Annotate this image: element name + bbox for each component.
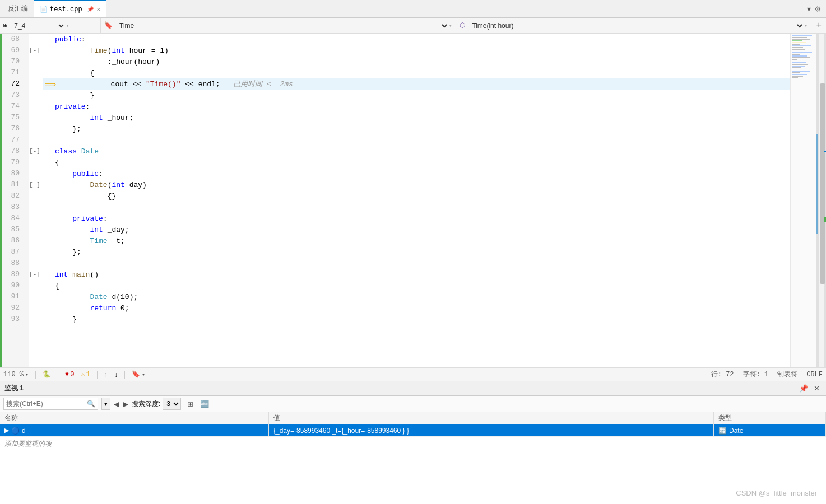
nav-bar: ⊞ 7_4 ▾ 🔖 Time ▾ ⬡ Time(int hour) ▾ + xyxy=(0,18,826,34)
status-divider-3 xyxy=(97,371,98,379)
code-line[interactable]: return 0; xyxy=(43,302,818,314)
watch-col-name: 名称 xyxy=(0,412,269,424)
collapse-button[interactable]: [-] xyxy=(29,269,40,280)
watch-col-type: 类型 xyxy=(714,412,826,424)
code-line[interactable]: public: xyxy=(43,34,818,45)
code-editor[interactable]: 6869707172737475767778798081828384858687… xyxy=(0,34,826,367)
watch-table-header: 名称 值 类型 xyxy=(0,412,826,424)
watch-add-label: 添加要监视的项 xyxy=(4,439,52,449)
watch-panel-title: 监视 1 xyxy=(4,384,24,393)
code-line[interactable]: {} xyxy=(43,190,818,202)
watch-pin-button[interactable]: 📌 xyxy=(797,384,810,393)
collapse-button[interactable]: [-] xyxy=(29,179,40,190)
execution-arrow-icon: ⟹ xyxy=(45,80,56,89)
tab-dropdown-button[interactable]: ▾ xyxy=(807,4,811,13)
code-line[interactable] xyxy=(43,258,818,269)
error-icon: ✖ xyxy=(65,370,69,379)
error-badge[interactable]: ✖ 0 xyxy=(65,370,74,379)
scrollbar-thumb[interactable] xyxy=(820,83,825,284)
watch-back-button[interactable]: ◀ xyxy=(114,400,119,408)
watch-icon-btn-1[interactable]: ⊞ xyxy=(184,398,196,410)
expand-icon[interactable]: ▶ xyxy=(4,427,9,434)
code-line[interactable]: { xyxy=(43,67,818,78)
watch-panel: 监视 1 📌 ✕ 🔍 ▾ ◀ ▶ 搜索深度: 3 1 2 4 5 ⊞ 🔤 xyxy=(0,381,826,504)
code-line[interactable]: { xyxy=(43,157,818,168)
zoom-value: 110 % xyxy=(3,371,24,379)
code-line[interactable]: Time(int hour = 1) xyxy=(43,45,818,56)
nav-method-select[interactable]: Time(int hour) xyxy=(467,21,804,30)
warning-badge[interactable]: ⚠ 1 xyxy=(81,370,90,379)
tab-bar-right: ▾ ⚙ xyxy=(807,4,826,13)
tab-pin-icon: 📌 xyxy=(87,6,94,13)
encoding-info: 制表符 xyxy=(777,370,797,379)
watch-add-row[interactable]: 添加要监视的项 xyxy=(0,437,826,451)
code-line[interactable]: } xyxy=(43,314,818,325)
watch-depth-control: 搜索深度: 3 1 2 4 5 xyxy=(132,398,181,410)
nav-class-dropdown-icon: ▾ xyxy=(449,22,453,29)
code-line[interactable]: int main() xyxy=(43,269,818,280)
watch-cell-value-d: {_day=-858993460 _t={_hour=-858993460 } … xyxy=(269,424,714,436)
code-line[interactable]: private: xyxy=(43,101,818,112)
cursor-indicator xyxy=(824,151,826,152)
code-line[interactable] xyxy=(43,134,818,146)
watch-depth-select[interactable]: 3 1 2 4 5 xyxy=(163,398,181,410)
nav-scope-select[interactable]: 7_4 xyxy=(10,21,66,30)
code-line[interactable]: ⟹ cout << "Time()" << endl; 已用时间 <= 2ms xyxy=(43,78,818,90)
nav-up-button[interactable]: ↑ xyxy=(104,371,108,379)
code-line[interactable]: }; xyxy=(43,123,818,134)
watch-close-button[interactable]: ✕ xyxy=(812,384,822,393)
code-line[interactable]: Date d(10); xyxy=(43,291,818,302)
code-line[interactable] xyxy=(43,202,818,213)
watch-header: 监视 1 📌 ✕ xyxy=(0,381,826,396)
code-line[interactable]: private: xyxy=(43,213,818,224)
action-dropdown-icon: ▾ xyxy=(142,371,145,378)
vertical-scrollbar[interactable] xyxy=(818,34,826,367)
watch-search-dropdown[interactable]: ▾ xyxy=(101,398,110,410)
settings-button[interactable]: ⚙ xyxy=(814,4,822,13)
python-glyph: 🐍 xyxy=(43,370,51,379)
editor-container: 6869707172737475767778798081828384858687… xyxy=(0,34,826,367)
python-icon: 🐍 xyxy=(43,370,51,379)
collapse-button[interactable]: [-] xyxy=(29,45,40,56)
minimap xyxy=(790,34,818,367)
line-numbers: 6869707172737475767778798081828384858687… xyxy=(2,34,29,367)
watch-forward-button[interactable]: ▶ xyxy=(123,400,128,408)
watch-icon-btn-2[interactable]: 🔤 xyxy=(197,398,212,410)
nav-class-select[interactable]: Time xyxy=(115,21,449,30)
tab-fuhuan-label: 反汇编 xyxy=(8,4,28,13)
watch-cell-type-d: 🔄 Date xyxy=(714,424,826,436)
nav-down-button[interactable]: ↓ xyxy=(114,371,118,379)
nav-section-method: ⬡ Time(int hour) ▾ xyxy=(456,18,811,33)
change-indicator xyxy=(824,217,826,222)
watch-var-type: Date xyxy=(729,427,743,435)
watch-search-input[interactable] xyxy=(6,400,85,408)
tab-bar: 反汇编 📄 test.cpp 📌 ✕ ▾ ⚙ xyxy=(0,0,826,18)
watch-toolbar: 🔍 ▾ ◀ ▶ 搜索深度: 3 1 2 4 5 ⊞ 🔤 xyxy=(0,396,826,412)
tab-file-icon: 📄 xyxy=(40,6,48,13)
code-line[interactable]: int _hour; xyxy=(43,112,818,123)
var-icon: 🔵 xyxy=(11,427,20,435)
code-line[interactable]: int _day; xyxy=(43,224,818,235)
error-count: 0 xyxy=(70,371,74,379)
nav-add-button[interactable]: + xyxy=(811,21,826,31)
code-lines-wrapper[interactable]: public: Time(int hour = 1) :_hour(hour) … xyxy=(43,34,818,367)
tab-testcpp[interactable]: 📄 test.cpp 📌 ✕ xyxy=(34,0,106,17)
tab-close-button[interactable]: ✕ xyxy=(97,6,101,13)
code-line[interactable]: :_hour(hour) xyxy=(43,56,818,67)
tab-fuhuan[interactable]: 反汇编 xyxy=(2,0,34,17)
code-line[interactable]: } xyxy=(43,90,818,101)
zoom-dropdown-icon: ▾ xyxy=(25,371,29,378)
code-line[interactable]: class Date xyxy=(43,146,818,157)
code-line[interactable]: public: xyxy=(43,168,818,179)
code-line[interactable]: Date(int day) xyxy=(43,179,818,190)
code-line[interactable]: { xyxy=(43,280,818,291)
zoom-control[interactable]: 110 % ▾ xyxy=(3,371,29,379)
watch-row-d[interactable]: ▶ 🔵 d {_day=-858993460 _t={_hour=-858993… xyxy=(0,424,826,437)
collapse-button[interactable]: [-] xyxy=(29,146,40,157)
watch-search-box[interactable]: 🔍 xyxy=(3,398,98,410)
code-line[interactable]: Time _t; xyxy=(43,235,818,246)
bookmark-icon: 🔖 xyxy=(132,370,140,379)
nav-scope-dropdown-icon: ▾ xyxy=(66,22,69,29)
watch-var-value: {_day=-858993460 _t={_hour=-858993460 } … xyxy=(273,427,409,435)
code-line[interactable]: }; xyxy=(43,246,818,258)
